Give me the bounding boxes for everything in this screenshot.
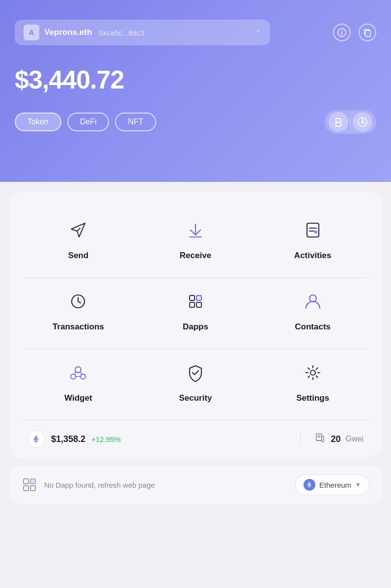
- svg-rect-1: [365, 30, 370, 36]
- header: A Veprons.eth 0xca5c...8dc3 ⌃ $3,440.72 …: [0, 0, 391, 182]
- svg-point-3: [362, 121, 363, 123]
- address-bar[interactable]: A Veprons.eth 0xca5c...8dc3 ⌃: [15, 20, 270, 45]
- gas-unit: Gwei: [346, 435, 363, 443]
- header-icons: [333, 24, 376, 41]
- network-chevron-icon: ▼: [355, 481, 361, 488]
- network-selector[interactable]: Ethereum ▼: [295, 474, 369, 495]
- svg-rect-7: [196, 295, 201, 300]
- no-dapp-text: No Dapp found, refresh web page: [44, 481, 288, 489]
- widget-button[interactable]: Widget: [20, 349, 137, 415]
- receive-icon: [182, 216, 209, 244]
- svg-marker-31: [307, 486, 309, 488]
- settings-button[interactable]: Settings: [254, 349, 371, 415]
- tab-defi[interactable]: DeFi: [67, 113, 110, 131]
- chevron-icon: ⌃: [255, 29, 261, 36]
- activities-label: Activities: [294, 251, 332, 261]
- svg-rect-8: [190, 302, 195, 307]
- partner-chart-icon[interactable]: [353, 112, 372, 132]
- settings-label: Settings: [296, 393, 329, 403]
- gas-icon: [314, 432, 326, 446]
- partner-b-icon[interactable]: [329, 112, 348, 132]
- security-button[interactable]: Security: [137, 349, 254, 415]
- security-label: Security: [179, 393, 212, 403]
- transactions-icon: [64, 288, 92, 315]
- dapps-label: Dapps: [183, 322, 208, 332]
- dapps-button[interactable]: Dapps: [137, 278, 254, 344]
- divider: [350, 116, 351, 128]
- ticker-divider: [300, 432, 301, 446]
- tab-token[interactable]: Token: [15, 113, 61, 131]
- ticker-left: $1,358.2 +12.95%: [28, 430, 294, 448]
- activities-button[interactable]: Activities: [254, 206, 371, 272]
- svg-point-12: [71, 374, 76, 379]
- avatar: A: [24, 25, 39, 40]
- bottom-bar: No Dapp found, refresh web page Ethereum…: [10, 466, 381, 504]
- widget-label: Widget: [64, 393, 92, 403]
- info-button[interactable]: [333, 24, 351, 41]
- main-card: Send Receive Activities: [10, 192, 381, 458]
- action-grid-2: Transactions Dapps Contact: [20, 278, 371, 344]
- ticker-right: 20 Gwei: [307, 432, 363, 446]
- receive-label: Receive: [180, 251, 211, 261]
- settings-icon: [299, 359, 327, 386]
- gas-value: 20: [331, 434, 341, 444]
- send-icon: [64, 216, 92, 244]
- ticker-row: $1,358.2 +12.95% 20 Gwei: [20, 420, 371, 458]
- svg-rect-9: [196, 302, 201, 307]
- svg-rect-4: [307, 223, 319, 237]
- dapp-grid-icon: [22, 477, 37, 493]
- svg-rect-6: [190, 295, 195, 300]
- copy-button[interactable]: [359, 24, 376, 41]
- balance: $3,440.72: [15, 65, 376, 94]
- svg-marker-20: [34, 440, 37, 443]
- svg-rect-22: [24, 479, 28, 484]
- svg-point-14: [310, 370, 315, 375]
- contacts-button[interactable]: Contacts: [254, 278, 371, 344]
- activities-icon: [299, 216, 327, 244]
- address-short: 0xca5c...8dc3: [99, 29, 144, 37]
- svg-marker-30: [309, 486, 311, 488]
- ethereum-logo: [304, 479, 315, 491]
- svg-marker-19: [36, 440, 39, 443]
- receive-button[interactable]: Receive: [137, 206, 254, 272]
- widget-icon: [64, 359, 92, 386]
- network-name: Ethereum: [319, 481, 351, 489]
- dapps-icon: [182, 288, 209, 315]
- svg-rect-24: [24, 486, 28, 491]
- tab-row: Token DeFi NFT: [15, 110, 376, 134]
- transactions-button[interactable]: Transactions: [20, 278, 137, 344]
- svg-rect-23: [30, 479, 35, 484]
- transactions-label: Transactions: [53, 322, 104, 332]
- wallet-name: Veprons.eth: [44, 28, 92, 37]
- action-grid: Send Receive Activities: [20, 206, 371, 272]
- security-icon: [182, 359, 209, 386]
- action-grid-3: Widget Security Settings: [20, 349, 371, 415]
- svg-rect-25: [30, 486, 35, 491]
- tab-nft[interactable]: NFT: [115, 113, 156, 131]
- partner-icons: [325, 110, 376, 134]
- contacts-label: Contacts: [295, 322, 331, 332]
- ticker-change: +12.95%: [91, 435, 121, 443]
- send-label: Send: [68, 251, 89, 261]
- send-button[interactable]: Send: [20, 206, 137, 272]
- ticker-price: $1,358.2: [51, 434, 85, 444]
- contacts-icon: [299, 288, 327, 315]
- eth-logo: [28, 430, 45, 448]
- svg-point-13: [81, 374, 85, 379]
